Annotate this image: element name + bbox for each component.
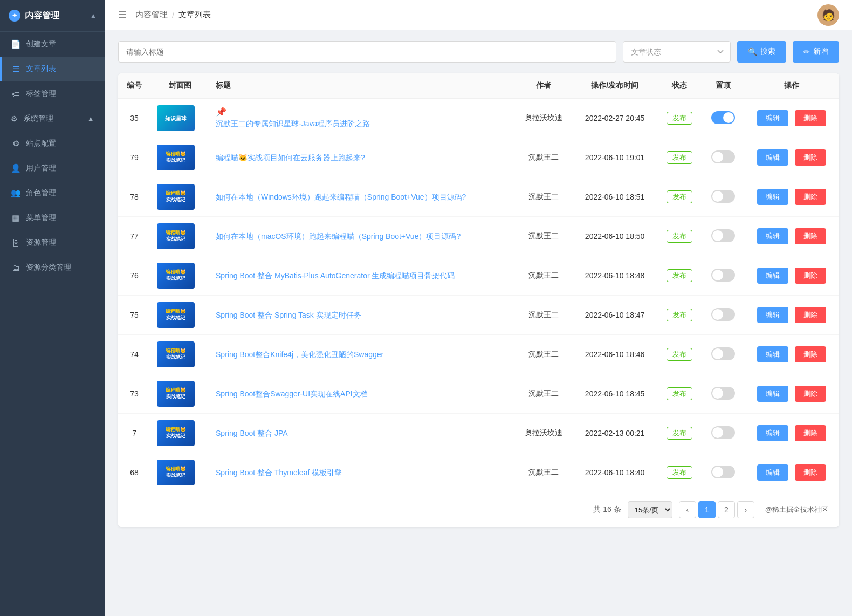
cell-title: Spring Boot 整合 JPA bbox=[209, 414, 514, 453]
edit-button[interactable]: 编辑 bbox=[757, 307, 788, 323]
sidebar-item-menu-mgmt[interactable]: ▦ 菜单管理 bbox=[0, 206, 105, 230]
sidebar-item-create-article[interactable]: 📄 创建文章 bbox=[0, 32, 105, 57]
edit-button[interactable]: 编辑 bbox=[757, 149, 788, 166]
sidebar-item-site-config[interactable]: ⚙ 站点配置 bbox=[0, 131, 105, 156]
article-title-link[interactable]: Spring Boot 整合 JPA bbox=[216, 428, 507, 439]
delete-button[interactable]: 删除 bbox=[795, 228, 826, 244]
article-title-link[interactable]: 沉默王二的专属知识星球-Java程序员进阶之路 bbox=[216, 118, 507, 129]
delete-button[interactable]: 删除 bbox=[795, 386, 826, 402]
pin-toggle[interactable] bbox=[711, 426, 735, 439]
sidebar-item-user-mgmt[interactable]: 👤 用户管理 bbox=[0, 156, 105, 181]
sidebar-item-article-list[interactable]: ☰ 文章列表 bbox=[0, 57, 105, 81]
resource-mgmt-icon: 🗄 bbox=[11, 238, 20, 248]
cell-title: Spring Boot 整合 Thymeleaf 模板引擎 bbox=[209, 453, 514, 492]
cell-author: 沉默王二 bbox=[514, 177, 573, 217]
page-size-select[interactable]: 15条/页 20条/页 50条/页 bbox=[628, 501, 672, 518]
cell-pin-toggle[interactable] bbox=[702, 256, 744, 296]
pin-toggle[interactable] bbox=[711, 466, 735, 478]
delete-button[interactable]: 删除 bbox=[795, 110, 826, 126]
cell-pin-toggle[interactable] bbox=[702, 453, 744, 492]
page-2-button[interactable]: 2 bbox=[718, 501, 735, 518]
table-row: 7 编程喵🐱 实战笔记 Spring Boot 整合 JPA 奥拉沃坎迪 202… bbox=[118, 414, 839, 453]
edit-button[interactable]: 编辑 bbox=[757, 464, 788, 481]
status-select[interactable]: 文章状态 发布 草稿 bbox=[623, 41, 731, 63]
cell-pin-toggle[interactable] bbox=[702, 99, 744, 138]
delete-button[interactable]: 删除 bbox=[795, 268, 826, 284]
cell-pin-toggle[interactable] bbox=[702, 374, 744, 414]
next-page-button[interactable]: › bbox=[737, 501, 754, 518]
pin-toggle[interactable] bbox=[711, 269, 735, 282]
pin-toggle[interactable] bbox=[711, 387, 735, 400]
cell-author: 沉默王二 bbox=[514, 138, 573, 177]
cover-thumbnail: 编程喵🐱 实战笔记 bbox=[157, 341, 195, 367]
status-badge: 发布 bbox=[667, 427, 692, 440]
sidebar-item-resource-mgmt[interactable]: 🗄 资源管理 bbox=[0, 230, 105, 255]
pin-toggle[interactable] bbox=[711, 150, 735, 163]
pin-toggle[interactable] bbox=[711, 308, 735, 321]
cell-author: 奥拉沃坎迪 bbox=[514, 414, 573, 453]
page-1-button[interactable]: 1 bbox=[698, 501, 716, 518]
delete-button[interactable]: 删除 bbox=[795, 425, 826, 441]
cell-author: 沉默王二 bbox=[514, 335, 573, 374]
site-config-icon: ⚙ bbox=[11, 139, 20, 148]
edit-button[interactable]: 编辑 bbox=[757, 386, 788, 402]
cell-id: 35 bbox=[118, 99, 150, 138]
cover-thumbnail: 编程喵🐱 实战笔记 bbox=[157, 263, 195, 289]
pin-toggle[interactable] bbox=[711, 347, 735, 360]
edit-button[interactable]: 编辑 bbox=[757, 110, 788, 126]
cell-id: 75 bbox=[118, 296, 150, 335]
delete-button[interactable]: 删除 bbox=[795, 149, 826, 166]
cell-status: 发布 bbox=[657, 99, 702, 138]
status-badge: 发布 bbox=[667, 269, 692, 282]
breadcrumb-parent[interactable]: 内容管理 bbox=[135, 10, 168, 20]
cell-pin-toggle[interactable] bbox=[702, 177, 744, 217]
menu-icon[interactable]: ☰ bbox=[118, 9, 127, 21]
edit-button[interactable]: 编辑 bbox=[757, 346, 788, 362]
article-title-link[interactable]: Spring Boot 整合 MyBatis-Plus AutoGenerato… bbox=[216, 270, 507, 282]
user-avatar[interactable]: 🧑 bbox=[817, 4, 839, 26]
edit-button[interactable]: 编辑 bbox=[757, 228, 788, 244]
article-title-link[interactable]: Spring Boot整合Knife4j，美化强化丑陋的Swagger bbox=[216, 349, 507, 360]
cell-pin-toggle[interactable] bbox=[702, 138, 744, 177]
cell-actions: 编辑 删除 bbox=[744, 177, 839, 217]
article-title-link[interactable]: 编程喵🐱实战项目如何在云服务器上跑起来? bbox=[216, 152, 507, 163]
pin-toggle[interactable] bbox=[711, 229, 735, 242]
sidebar-content-mgmt-header[interactable]: ✦ 内容管理 ▲ bbox=[0, 0, 105, 32]
delete-button[interactable]: 删除 bbox=[795, 346, 826, 362]
search-button[interactable]: 🔍 搜索 bbox=[737, 41, 786, 63]
article-title-link[interactable]: Spring Boot 整合 Spring Task 实现定时任务 bbox=[216, 310, 507, 321]
delete-button[interactable]: 删除 bbox=[795, 189, 826, 205]
edit-button[interactable]: 编辑 bbox=[757, 189, 788, 205]
cell-pin-toggle[interactable] bbox=[702, 296, 744, 335]
search-input[interactable] bbox=[118, 41, 616, 63]
edit-button[interactable]: 编辑 bbox=[757, 425, 788, 441]
sidebar-item-role-mgmt[interactable]: 👥 角色管理 bbox=[0, 181, 105, 206]
article-title-link[interactable]: 如何在本地（macOS环境）跑起来编程喵（Spring Boot+Vue）项目源… bbox=[216, 231, 507, 242]
watermark: @稀土掘金技术社区 bbox=[765, 505, 828, 515]
pin-toggle[interactable] bbox=[711, 190, 735, 203]
cell-pin-toggle[interactable] bbox=[702, 414, 744, 453]
sidebar-item-tag-mgmt[interactable]: 🏷 标签管理 bbox=[0, 81, 105, 106]
cover-thumbnail: 知识星球 bbox=[157, 105, 195, 131]
pin-toggle[interactable] bbox=[711, 111, 735, 124]
edit-button[interactable]: 编辑 bbox=[757, 268, 788, 284]
table-row: 75 编程喵🐱 实战笔记 Spring Boot 整合 Spring Task … bbox=[118, 296, 839, 335]
cell-pin-toggle[interactable] bbox=[702, 217, 744, 256]
status-badge: 发布 bbox=[667, 151, 692, 164]
sidebar-section-sys-mgmt[interactable]: ⚙ 系统管理 ▲ bbox=[0, 106, 105, 131]
delete-button[interactable]: 删除 bbox=[795, 307, 826, 323]
sidebar-item-resource-category[interactable]: 🗂 资源分类管理 bbox=[0, 255, 105, 280]
article-title-link[interactable]: Spring Boot整合Swagger-UI实现在线API文档 bbox=[216, 388, 507, 400]
cell-datetime: 2022-06-10 18:40 bbox=[573, 453, 657, 492]
cell-status: 发布 bbox=[657, 453, 702, 492]
sys-mgmt-icon: ⚙ bbox=[11, 114, 18, 123]
cell-title: 📌 沉默王二的专属知识星球-Java程序员进阶之路 bbox=[209, 99, 514, 138]
cell-status: 发布 bbox=[657, 374, 702, 414]
prev-page-button[interactable]: ‹ bbox=[679, 501, 696, 518]
article-title-link[interactable]: Spring Boot 整合 Thymeleaf 模板引擎 bbox=[216, 467, 507, 478]
delete-button[interactable]: 删除 bbox=[795, 464, 826, 481]
new-button[interactable]: ✏ 新增 bbox=[793, 41, 839, 63]
breadcrumb-current: 文章列表 bbox=[178, 10, 211, 20]
cell-pin-toggle[interactable] bbox=[702, 335, 744, 374]
article-title-link[interactable]: 如何在本地（Windows环境）跑起来编程喵（Spring Boot+Vue）项… bbox=[216, 191, 507, 203]
